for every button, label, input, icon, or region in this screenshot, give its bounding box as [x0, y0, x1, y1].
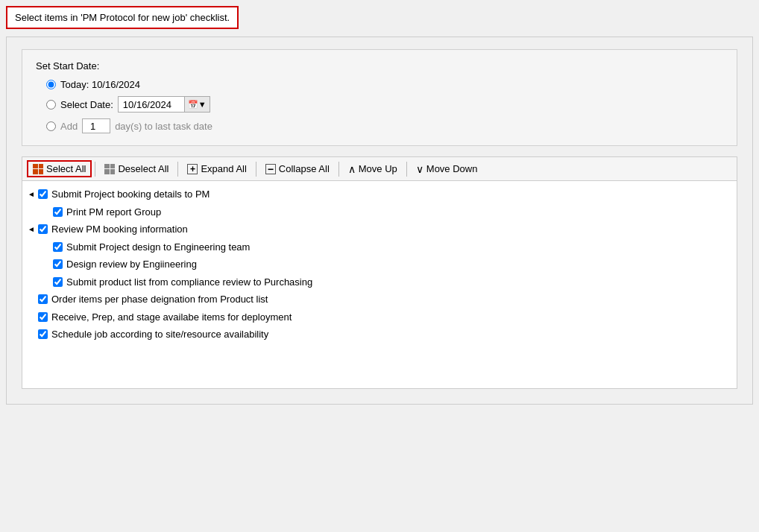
move-up-label: Move Up: [359, 163, 397, 174]
item-label: Submit Project booking details to PM: [51, 187, 210, 202]
expand-icon: +: [187, 164, 198, 174]
tree-list: ◄Submit Project booking details to PMPri…: [22, 180, 737, 389]
collapse-arrow[interactable]: ◄: [27, 224, 36, 235]
expand-all-label: Expand All: [201, 163, 246, 174]
divider-2: [177, 162, 178, 177]
today-radio-row: Today: 10/16/2024: [46, 79, 723, 90]
select-date-radio-row: Select Date: 📅▼: [46, 96, 723, 113]
deselect-all-icon: [104, 164, 115, 174]
toolbar: Select All Deselect All + Expand All − C…: [22, 156, 737, 180]
tree-item: Submit Project design to Engineering tea…: [25, 238, 734, 256]
divider-3: [256, 162, 256, 177]
tree-item: Schedule job according to site/resource …: [25, 326, 734, 343]
collapse-arrow[interactable]: ◄: [27, 189, 36, 200]
tree-item: ◄Review PM booking information: [25, 221, 734, 238]
page-container: Select items in 'PM Protocol for new job…: [0, 0, 759, 532]
move-down-button[interactable]: ∨ Move Down: [410, 161, 484, 177]
today-radio-label[interactable]: Today: 10/16/2024: [60, 79, 140, 90]
calendar-icon: 📅▼: [188, 100, 207, 110]
select-date-radio[interactable]: [46, 100, 56, 110]
item-label: Receive, Prep, and stage availabe items …: [51, 310, 292, 325]
add-days-radio[interactable]: [46, 121, 56, 131]
expand-all-button[interactable]: + Expand All: [181, 161, 252, 177]
deselect-all-label: Deselect All: [118, 163, 169, 174]
select-all-button[interactable]: Select All: [27, 160, 92, 177]
select-date-radio-label[interactable]: Select Date:: [60, 99, 113, 110]
tree-item: Order items per phase deignation from Pr…: [25, 291, 734, 308]
item-label: Submit Project design to Engineering tea…: [66, 240, 250, 255]
item-label: Submit product list from compliance revi…: [66, 275, 312, 290]
item-checkbox[interactable]: [53, 207, 63, 217]
move-down-label: Move Down: [426, 163, 478, 174]
item-checkbox[interactable]: [38, 189, 48, 199]
item-checkbox[interactable]: [53, 277, 63, 287]
tree-item: Receive, Prep, and stage availabe items …: [25, 308, 734, 326]
instruction-bar: Select items in 'PM Protocol for new job…: [6, 6, 239, 29]
date-picker-button[interactable]: 📅▼: [185, 96, 210, 113]
add-days-label[interactable]: Add: [60, 121, 78, 132]
item-checkbox[interactable]: [38, 329, 48, 339]
item-checkbox[interactable]: [38, 312, 48, 322]
select-all-label: Select All: [46, 163, 86, 174]
item-checkbox[interactable]: [53, 242, 63, 252]
today-radio[interactable]: [46, 80, 56, 89]
tree-item: Submit product list from compliance revi…: [25, 273, 734, 291]
date-input-wrapper: 📅▼: [118, 96, 210, 113]
item-checkbox[interactable]: [53, 259, 63, 269]
item-label: Order items per phase deignation from Pr…: [51, 292, 268, 307]
item-label: Print PM report Group: [66, 205, 161, 220]
collapse-all-button[interactable]: − Collapse All: [259, 161, 336, 177]
collapse-icon: −: [265, 164, 276, 174]
move-up-button[interactable]: ∧ Move Up: [342, 161, 403, 177]
collapse-all-label: Collapse All: [279, 163, 330, 174]
divider-4: [338, 162, 339, 177]
deselect-all-button[interactable]: Deselect All: [98, 161, 174, 177]
add-days-suffix: day(s) to last task date: [115, 121, 212, 132]
select-all-icon: [33, 164, 43, 174]
start-date-section: Set Start Date: Today: 10/16/2024 Select…: [22, 49, 737, 146]
tree-item: ◄Submit Project booking details to PM: [25, 186, 734, 203]
item-checkbox[interactable]: [38, 294, 48, 304]
item-checkbox[interactable]: [38, 224, 48, 234]
instruction-text: Select items in 'PM Protocol for new job…: [15, 12, 230, 23]
item-label: Schedule job according to site/resource …: [51, 327, 268, 342]
item-label: Review PM booking information: [51, 222, 188, 237]
date-input[interactable]: [118, 96, 185, 113]
main-panel: Set Start Date: Today: 10/16/2024 Select…: [6, 37, 753, 405]
tree-item: Print PM report Group: [25, 203, 734, 221]
add-days-input[interactable]: [82, 118, 110, 133]
divider-5: [406, 162, 407, 177]
tree-item: Design review by Engiineering: [25, 256, 734, 273]
start-date-label: Set Start Date:: [36, 60, 723, 72]
add-days-row: Add day(s) to last task date: [46, 118, 723, 133]
move-up-icon: ∧: [348, 163, 356, 175]
item-label: Design review by Engiineering: [66, 257, 197, 272]
divider-1: [95, 162, 95, 177]
move-down-icon: ∨: [416, 163, 423, 175]
